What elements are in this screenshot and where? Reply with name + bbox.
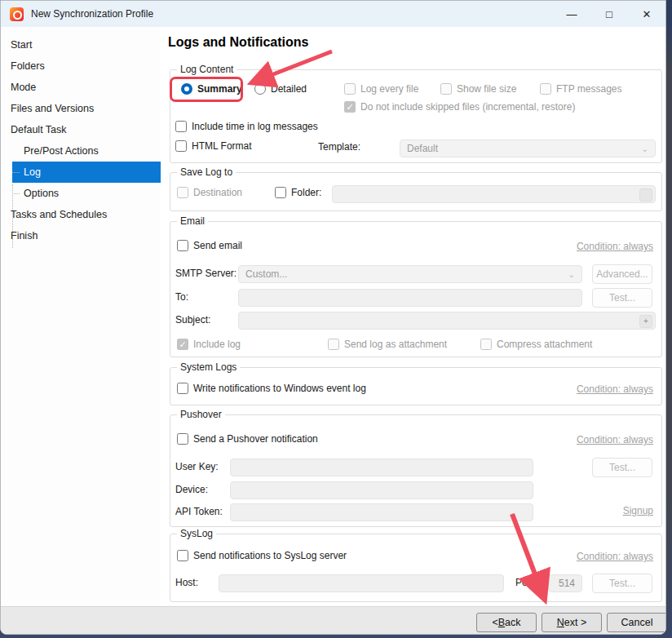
chevron-down-icon: ⌄ [642,144,648,153]
sidebar-item-tasks-and-schedules[interactable]: Tasks and Schedules [1,204,161,225]
group-caption: Pushover [177,409,225,420]
checkbox-checked-icon: ✓ [344,101,356,113]
email-to-input [238,289,582,307]
wizard-sidebar: Start Folders Mode Files and Versions De… [1,27,161,606]
checkbox-folder[interactable]: Folder: [275,187,321,198]
signup-link[interactable]: Signup [623,505,653,516]
sidebar-item-pre-post-actions[interactable]: Pre/Post Actions [1,140,161,162]
radio-detailed[interactable]: Detailed [254,83,307,95]
checkbox-icon[interactable] [177,240,188,251]
close-icon[interactable]: ✕ [628,1,665,27]
user-key-input [230,459,533,476]
checkbox-icon [440,83,452,95]
titlebar: New Synchronization Profile — □ ✕ [1,1,665,27]
group-system-logs: System Logs Write notifications to Windo… [170,367,662,405]
syslog-condition-link[interactable]: Condition: always [577,551,653,562]
checkbox-checked-icon: ✓ [177,339,188,350]
back-button[interactable]: < Back [476,613,537,632]
checkbox-include-log: ✓ Include log [177,339,241,350]
tree-line [12,172,20,173]
checkbox-write-event-log[interactable]: Write notifications to Windows event log [177,383,366,394]
app-icon [10,7,24,21]
device-input [230,481,533,499]
window-title: New Synchronization Profile [31,8,153,20]
sidebar-item-start[interactable]: Start [1,34,161,55]
checkbox-compress-attachment: Compress attachment [480,339,592,350]
group-save-log-to: Save Log to Destination Folder: [170,172,662,211]
api-token-input [230,503,533,521]
checkbox-icon[interactable] [177,433,188,445]
checkbox-send-email[interactable]: Send email [177,240,242,251]
group-caption: System Logs [177,361,240,373]
sidebar-item-options[interactable]: Options [1,183,161,204]
group-caption: Email [177,215,208,227]
sidebar-item-mode[interactable]: Mode [1,77,161,98]
checkbox-icon[interactable] [177,550,188,561]
sidebar-item-default-task[interactable]: Default Task [1,119,161,140]
email-test-button: Test... [592,288,652,308]
syslog-test-button: Test... [592,574,652,593]
checkbox-icon[interactable] [275,187,286,198]
desktop-background: New Synchronization Profile — □ ✕ Start … [0,0,672,638]
dialog-footer: < Back Next > Cancel [1,606,665,634]
pushover-test-button: Test... [592,458,652,477]
checkbox-icon [344,83,356,95]
checkbox-include-time[interactable]: Include time in log messages [175,121,318,132]
checkbox-skip-files: ✓ Do not include skipped files (incremen… [344,101,575,113]
sidebar-item-log[interactable]: Log [12,162,161,183]
checkbox-log-every-file: Log every file [344,83,418,95]
email-condition-link[interactable]: Condition: always [577,241,653,252]
checkbox-icon [177,187,188,198]
port-label: Port: [515,577,536,588]
folder-path-input [332,185,656,203]
advanced-button: Advanced... [592,264,652,284]
group-email: Email Send email Condition: always SMTP … [170,221,662,357]
email-subject-input: + [238,312,656,330]
cancel-button[interactable]: Cancel [607,613,666,632]
sidebar-item-folders[interactable]: Folders [1,55,161,77]
template-label: Template: [318,141,360,153]
maximize-icon[interactable]: □ [590,1,628,27]
chevron-down-icon: ⌄ [568,270,575,279]
checkbox-html-format[interactable]: HTML Format [175,140,252,152]
group-log-content: Log Content Summary Detailed Log every f… [170,69,662,163]
pushover-condition-link[interactable]: Condition: always [577,434,653,445]
checkbox-icon[interactable] [175,140,187,152]
checkbox-icon [480,339,492,350]
minimize-icon[interactable]: — [553,1,590,27]
group-caption: Log Content [177,64,237,75]
checkbox-send-pushover[interactable]: Send a Pushover notification [177,433,318,445]
content-pane: Logs and Notifications Log Content Summa… [161,27,666,606]
annotation-highlight-box [170,77,243,102]
user-key-label: User Key: [175,461,219,472]
group-pushover: Pushover Send a Pushover notification Co… [170,414,662,527]
group-caption: SysLog [177,528,216,539]
checkbox-icon [328,339,339,350]
to-label: To: [175,291,188,303]
smtp-server-combobox: Custom... ⌄ [238,265,582,283]
radio-icon[interactable] [254,83,266,95]
checkbox-icon[interactable] [177,383,188,394]
system-logs-condition-link[interactable]: Condition: always [577,383,653,395]
group-syslog: SysLog Send notifications to SysLog serv… [170,534,662,602]
host-label: Host: [175,577,198,588]
checkbox-send-syslog[interactable]: Send notifications to SysLog server [177,550,347,561]
dialog-window: New Synchronization Profile — □ ✕ Start … [0,0,666,635]
template-combobox: Default ⌄ [400,140,656,157]
next-button[interactable]: Next > [542,613,602,632]
tree-line [12,215,20,215]
device-label: Device: [175,484,208,495]
api-token-label: API Token: [175,506,223,517]
checkbox-send-attachment: Send log as attachment [328,339,447,350]
tree-line [12,193,20,194]
checkbox-icon[interactable] [175,121,187,132]
host-input [219,574,504,592]
group-caption: Save Log to [177,166,236,178]
sidebar-item-files-and-versions[interactable]: Files and Versions [1,98,161,119]
checkbox-ftp-messages: FTP messages [540,83,621,95]
sidebar-item-finish[interactable]: Finish [1,225,161,246]
window-controls: — □ ✕ [553,1,665,27]
smtp-server-label: SMTP Server: [175,268,237,279]
page-title: Logs and Notifications [168,35,308,50]
checkbox-destination: Destination [177,187,242,198]
